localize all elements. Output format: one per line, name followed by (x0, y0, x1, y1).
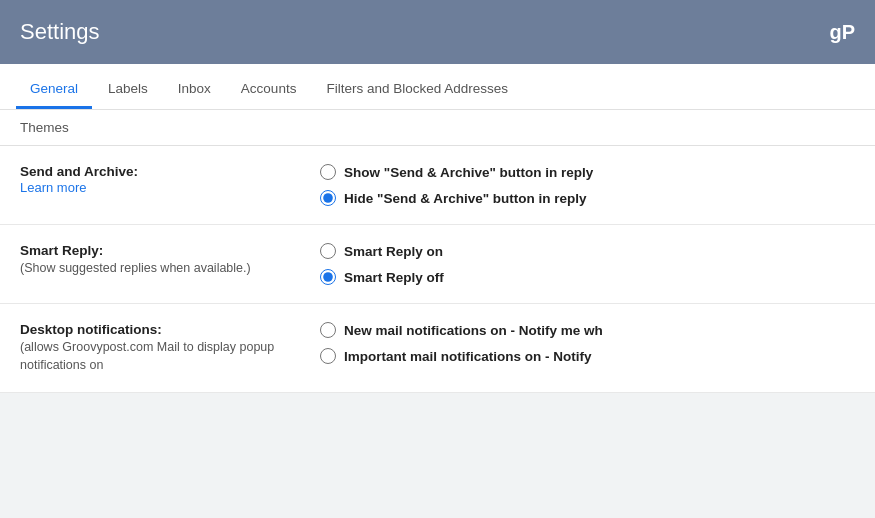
important-mail-notifications-label[interactable]: Important mail notifications on - Notify (344, 349, 592, 364)
desktop-notifications-desc: (allows Groovypost.com Mail to display p… (20, 339, 300, 374)
send-archive-label: Send and Archive: Learn more (20, 164, 320, 195)
send-archive-title: Send and Archive: (20, 164, 300, 179)
send-archive-options: Show "Send & Archive" button in reply Hi… (320, 164, 855, 206)
tab-labels[interactable]: Labels (94, 69, 162, 109)
settings-header: Settings gP (0, 0, 875, 64)
show-send-archive-radio[interactable] (320, 164, 336, 180)
tab-inbox[interactable]: Inbox (164, 69, 225, 109)
important-mail-notifications-option: Important mail notifications on - Notify (320, 348, 855, 364)
settings-row-desktop-notifications: Desktop notifications: (allows Groovypos… (0, 304, 875, 393)
desktop-notifications-options: New mail notifications on - Notify me wh… (320, 322, 855, 364)
settings-row-send-archive: Send and Archive: Learn more Show "Send … (0, 146, 875, 225)
tab-filters[interactable]: Filters and Blocked Addresses (312, 69, 522, 109)
desktop-notifications-title: Desktop notifications: (20, 322, 300, 337)
hide-send-archive-radio[interactable] (320, 190, 336, 206)
smart-reply-title: Smart Reply: (20, 243, 300, 258)
hide-send-archive-option: Hide "Send & Archive" button in reply (320, 190, 855, 206)
smart-reply-on-option: Smart Reply on (320, 243, 855, 259)
smart-reply-desc: (Show suggested replies when available.) (20, 260, 300, 278)
smart-reply-on-label[interactable]: Smart Reply on (344, 244, 443, 259)
new-mail-notifications-option: New mail notifications on - Notify me wh (320, 322, 855, 338)
smart-reply-off-radio[interactable] (320, 269, 336, 285)
tab-accounts[interactable]: Accounts (227, 69, 311, 109)
desktop-notifications-label: Desktop notifications: (allows Groovypos… (20, 322, 320, 374)
logo: gP (829, 21, 855, 44)
tab-general[interactable]: General (16, 69, 92, 109)
learn-more-link[interactable]: Learn more (20, 180, 86, 195)
hide-send-archive-label[interactable]: Hide "Send & Archive" button in reply (344, 191, 587, 206)
settings-content: Send and Archive: Learn more Show "Send … (0, 146, 875, 393)
show-send-archive-option: Show "Send & Archive" button in reply (320, 164, 855, 180)
page-title: Settings (20, 19, 100, 45)
new-mail-notifications-label[interactable]: New mail notifications on - Notify me wh (344, 323, 603, 338)
smart-reply-label: Smart Reply: (Show suggested replies whe… (20, 243, 320, 278)
smart-reply-options: Smart Reply on Smart Reply off (320, 243, 855, 285)
important-mail-notifications-radio[interactable] (320, 348, 336, 364)
sub-tabs-bar: Themes (0, 110, 875, 146)
smart-reply-on-radio[interactable] (320, 243, 336, 259)
settings-row-smart-reply: Smart Reply: (Show suggested replies whe… (0, 225, 875, 304)
show-send-archive-label[interactable]: Show "Send & Archive" button in reply (344, 165, 593, 180)
smart-reply-off-option: Smart Reply off (320, 269, 855, 285)
new-mail-notifications-radio[interactable] (320, 322, 336, 338)
sub-tab-themes[interactable]: Themes (20, 120, 69, 135)
tabs-bar: General Labels Inbox Accounts Filters an… (0, 64, 875, 110)
smart-reply-off-label[interactable]: Smart Reply off (344, 270, 444, 285)
